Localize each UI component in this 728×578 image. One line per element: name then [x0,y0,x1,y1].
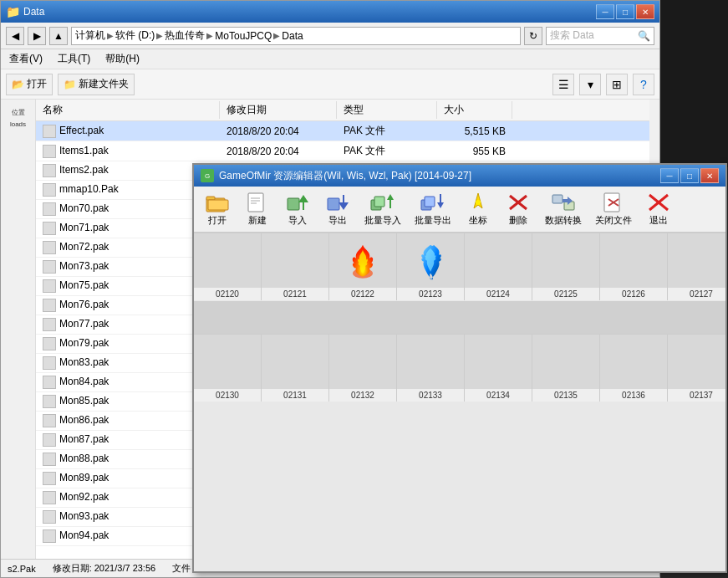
file-icon [43,222,56,235]
file-icon [43,433,56,447]
up-button[interactable]: ▲ [49,27,68,45]
grid-cell-02136[interactable]: 02136 [600,335,667,402]
tool-import-label: 导入 [288,214,307,227]
tool-export-button[interactable]: 导出 [319,190,356,228]
grid-cell-02126[interactable]: 02126 [600,233,667,300]
grid-cell-02125[interactable]: 02125 [532,233,599,300]
grid-cell-02127[interactable]: 02127 [668,233,725,300]
grid-cell-02133[interactable]: 02133 [397,335,464,402]
file-row[interactable]: Effect.pak 2018/8/20 20:04 PAK 文件 5,515 … [36,121,649,141]
file-icon [43,376,56,389]
ice-sprite [419,243,442,283]
editor-title-bar: G GameOfMir 资源编辑器(Wil, Wis, Wzl, Pak) [2… [194,165,725,187]
tool-delete-button[interactable]: 删除 [500,190,537,228]
tool-open-button[interactable]: 打开 [199,190,236,228]
svg-point-22 [476,200,481,205]
left-panel-location[interactable]: 位置 [3,108,33,117]
svg-rect-7 [288,198,299,210]
editor-minimize-button[interactable]: ─ [660,168,679,183]
file-icon [43,202,56,216]
grid-cell-02131[interactable]: 02131 [262,335,328,402]
tool-open-icon [205,192,230,213]
cell-label-02136: 02136 [600,389,667,402]
view-dropdown-button[interactable]: ▾ [579,74,601,95]
cell-label-02130: 02130 [194,389,261,402]
tool-close-file-icon [601,192,626,213]
grid-cell-02137[interactable]: 02137 [668,335,725,402]
tool-exit-icon [646,192,671,213]
menu-help[interactable]: 帮助(H) [102,51,143,67]
grid-cell-02122[interactable]: 02122 [329,233,396,300]
grid-cell-02130[interactable]: 02130 [194,335,261,402]
flame-sprite [346,243,379,283]
address-breadcrumb[interactable]: 计算机 ▶ 软件 (D:) ▶ 热血传奇 ▶ MoTouJPCQ ▶ Data [71,27,521,45]
refresh-button[interactable]: ↻ [524,27,542,45]
maximize-button[interactable]: □ [616,4,634,19]
editor-content: 02120 02121 [194,233,725,571]
cell-label-02134: 02134 [465,389,532,402]
col-header-size[interactable]: 大小 [437,101,512,119]
tool-batch-import-button[interactable]: 批量导入 [359,190,406,228]
view-list-button[interactable]: ☰ [552,74,574,95]
back-button[interactable]: ◀ [6,27,24,45]
cell-label-02133: 02133 [397,389,464,402]
file-icon [43,145,56,158]
tool-coord-button[interactable]: 坐标 [460,190,496,228]
open-button[interactable]: 📂 打开 [6,74,53,95]
status-filename: s2.Pak [8,564,36,574]
editor-maximize-button[interactable]: □ [680,168,699,183]
tool-batch-import-label: 批量导入 [364,214,401,227]
col-header-date[interactable]: 修改日期 [220,101,337,119]
new-folder-button[interactable]: 📁 新建文件夹 [58,74,135,95]
tool-new-button[interactable]: 新建 [239,190,276,228]
cell-label-02137: 02137 [668,389,725,402]
grid-cell-02121[interactable]: 02121 [262,233,328,300]
file-icon [43,356,56,370]
svg-marker-19 [437,202,444,208]
left-panel: 位置 loads [1,100,36,559]
cell-label-02126: 02126 [600,288,667,300]
editor-toolbar: 打开 新建 导入 [194,187,725,233]
tool-close-file-button[interactable]: 关闭文件 [590,190,637,228]
tool-batch-export-button[interactable]: 批量导出 [410,190,456,228]
menu-view[interactable]: 查看(V) [6,51,46,67]
svg-rect-10 [328,198,339,210]
file-date-cell: 2018/8/20 20:04 [220,124,337,139]
grid-cell-02120[interactable]: 02120 [194,233,261,300]
file-name-cell: Items1.pak [36,143,220,160]
menu-tools[interactable]: 工具(T) [54,51,94,67]
grid-cell-02123[interactable]: 02123 [397,233,464,300]
tool-export-icon [325,192,350,213]
tool-import-button[interactable]: 导入 [279,190,316,228]
breadcrumb-sep-4: ▶ [273,31,280,40]
col-header-name[interactable]: 名称 [36,101,220,119]
file-icon [43,260,56,274]
tool-convert-icon [551,192,576,213]
cell-label-02122: 02122 [329,288,396,300]
forward-button[interactable]: ▶ [28,27,46,45]
close-button[interactable]: ✕ [636,4,654,19]
grid-cell-02124[interactable]: 02124 [465,233,532,300]
file-icon [43,395,56,408]
svg-rect-2 [208,200,228,210]
breadcrumb-part-3: 热血传奇 [165,28,205,43]
tool-convert-button[interactable]: 数据转换 [540,190,587,228]
left-panel-downloads[interactable]: loads [3,120,33,128]
file-icon [43,299,56,312]
explorer-title-bar: 📁 Data ─ □ ✕ [1,1,659,23]
search-box[interactable]: 搜索 Data 🔍 [546,27,654,45]
minimize-button[interactable]: ─ [596,4,614,19]
tool-exit-button[interactable]: 退出 [640,190,677,228]
col-header-type[interactable]: 类型 [337,101,437,119]
file-icon [43,183,56,197]
view-panel-button[interactable]: ⊞ [606,74,628,95]
file-row[interactable]: Items1.pak 2018/8/20 20:04 PAK 文件 955 KB [36,141,649,161]
grid-cell-02132[interactable]: 02132 [329,335,396,402]
help-button[interactable]: ? [633,74,654,95]
editor-close-button[interactable]: ✕ [700,168,719,183]
editor-title-controls: ─ □ ✕ [660,168,719,183]
grid-cell-02134[interactable]: 02134 [465,335,532,402]
menu-bar: 查看(V) 工具(T) 帮助(H) [1,49,659,69]
file-icon [43,125,56,138]
grid-cell-02135[interactable]: 02135 [532,335,599,402]
